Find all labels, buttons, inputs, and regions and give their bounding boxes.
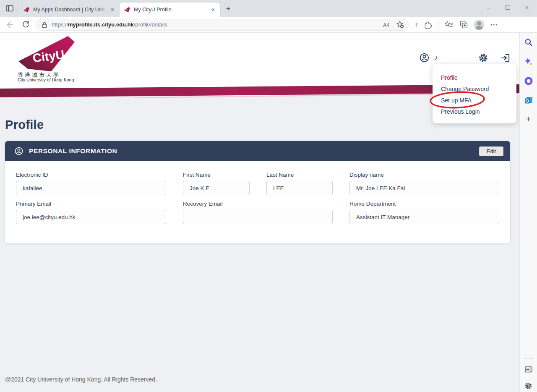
- star-list-icon: [444, 21, 454, 29]
- edge-sidebar: +: [519, 33, 537, 392]
- sidebar-search-button[interactable]: [524, 38, 533, 49]
- field-display-name: Display name: [349, 172, 499, 195]
- url-text[interactable]: https://myprofile.its.cityu.edu.hk/profi…: [52, 21, 378, 28]
- window-close-button[interactable]: ×: [523, 3, 531, 11]
- url-scheme: https://: [52, 21, 68, 28]
- puzzle-icon: [423, 20, 432, 29]
- account-dropdown-menu: Profile Change Password Set up MFA Previ…: [433, 64, 516, 123]
- field-first-name: First Name: [183, 172, 250, 195]
- menu-item-previous-login[interactable]: Previous Login: [433, 106, 516, 118]
- svg-text:A: A: [383, 22, 387, 28]
- window-maximize-button[interactable]: [503, 3, 512, 11]
- settings-button[interactable]: [478, 52, 489, 65]
- card-header: PERSONAL INFORMATION Edit: [5, 141, 510, 161]
- field-electronic-id: Electronic ID: [16, 172, 166, 195]
- personal-information-card: PERSONAL INFORMATION Edit Electronic ID …: [5, 141, 510, 243]
- field-label: Primary Email: [16, 201, 166, 207]
- tab-actions-menu-icon[interactable]: [3, 2, 16, 15]
- user-display-name: J-: [434, 55, 439, 61]
- cityu-logo[interactable]: CityU 香港城市大學 City University of Hong Kon…: [18, 35, 85, 84]
- favorites-button[interactable]: [444, 21, 454, 29]
- field-primary-email: Primary Email: [16, 201, 166, 224]
- person-circle-icon: [14, 146, 23, 156]
- cityu-favicon: CU: [124, 6, 130, 13]
- logout-icon: [500, 52, 511, 63]
- avatar-head: [477, 21, 481, 26]
- collections-button[interactable]: [459, 20, 468, 29]
- menu-item-profile[interactable]: Profile: [433, 72, 516, 84]
- add-favorite-button[interactable]: [396, 21, 404, 29]
- window-controls: – ×: [484, 0, 534, 14]
- field-label: Display name: [349, 172, 499, 178]
- browser-toolbar: https://myprofile.its.cityu.edu.hk/profi…: [0, 17, 537, 33]
- field-last-name: Last Name: [266, 172, 333, 195]
- user-account-button[interactable]: [419, 52, 430, 65]
- sparkle-icon: [524, 57, 533, 66]
- open-panel-icon: [524, 365, 533, 374]
- recovery-email-input[interactable]: [183, 210, 333, 224]
- gear-icon: [524, 382, 533, 390]
- svg-text:CU: CU: [125, 9, 128, 11]
- sidebar-settings-button[interactable]: [524, 382, 533, 392]
- tab-title: My Apps Dashboard | City Unive: [33, 7, 107, 13]
- person-circle-icon: [419, 52, 430, 63]
- new-tab-button[interactable]: +: [223, 3, 234, 14]
- microsoft-365-icon: [524, 76, 533, 86]
- card-body: Electronic ID First Name Last Name Displ…: [5, 161, 510, 243]
- logo-wordmark: CityU: [32, 48, 65, 65]
- back-button[interactable]: [3, 18, 16, 31]
- field-label: Home Department: [349, 201, 499, 207]
- svg-text:CU: CU: [25, 9, 27, 11]
- primary-email-input[interactable]: [16, 210, 166, 224]
- first-name-input[interactable]: [183, 181, 250, 195]
- read-aloud-button[interactable]: A: [383, 21, 391, 29]
- outlook-icon: [524, 96, 533, 105]
- star-plus-icon: [396, 21, 404, 29]
- display-name-input[interactable]: [349, 181, 499, 195]
- sidebar-add-button[interactable]: +: [526, 115, 531, 123]
- address-bar[interactable]: https://myprofile.its.cityu.edu.hk/profi…: [36, 19, 409, 31]
- browser-menu-button[interactable]: [490, 21, 498, 29]
- card-title: PERSONAL INFORMATION: [29, 147, 117, 155]
- sidebar-open-panel-button[interactable]: [524, 365, 533, 376]
- field-home-department: Home Department: [349, 201, 499, 224]
- sidebar-outlook-button[interactable]: [524, 96, 533, 107]
- edit-button[interactable]: Edit: [479, 146, 503, 156]
- close-icon[interactable]: ×: [109, 6, 116, 13]
- search-icon: [524, 38, 533, 47]
- logout-button[interactable]: [500, 52, 511, 65]
- avatar-body: [475, 26, 483, 30]
- sidebar-microsoft-365-button[interactable]: [524, 76, 533, 87]
- field-label: Recovery Email: [183, 201, 333, 207]
- sidebar-copilot-button[interactable]: [524, 57, 533, 68]
- tab-title: My CityU Profile: [134, 7, 208, 13]
- browser-tab-strip: CU My Apps Dashboard | City Unive × CU M…: [0, 0, 537, 17]
- refresh-button[interactable]: [19, 18, 32, 31]
- tab-my-apps-dashboard[interactable]: CU My Apps Dashboard | City Unive ×: [19, 3, 120, 17]
- read-aloud-icon: A: [383, 21, 391, 29]
- browser-profile-avatar[interactable]: [474, 20, 484, 30]
- logo-english-name: City University of Hong Kong: [18, 77, 74, 82]
- electronic-id-input[interactable]: [16, 181, 166, 195]
- home-department-input[interactable]: [349, 210, 499, 224]
- page-content: CityU 香港城市大學 City University of Hong Kon…: [0, 33, 519, 392]
- collections-icon: [459, 20, 468, 29]
- cityu-favicon: CU: [23, 6, 30, 13]
- divider: [18, 4, 18, 13]
- refresh-icon: [22, 21, 30, 29]
- url-path: /profile/details: [134, 21, 167, 28]
- extension-r-button[interactable]: r: [415, 21, 417, 28]
- extensions-button[interactable]: [423, 20, 432, 29]
- copyright-text: @2021 City University of Hong Kong. All …: [5, 376, 157, 383]
- field-label: Last Name: [266, 172, 333, 178]
- last-name-input[interactable]: [266, 181, 333, 195]
- menu-item-change-password[interactable]: Change Password: [433, 84, 516, 95]
- lock-icon: [42, 21, 47, 28]
- back-arrow-icon: [5, 21, 14, 29]
- divider: [524, 358, 533, 359]
- close-icon[interactable]: ×: [209, 6, 217, 13]
- maximize-icon: [506, 5, 510, 10]
- window-minimize-button[interactable]: –: [484, 3, 493, 11]
- menu-item-set-up-mfa[interactable]: Set up MFA: [433, 95, 516, 106]
- tab-my-cityu-profile[interactable]: CU My CityU Profile ×: [120, 3, 220, 17]
